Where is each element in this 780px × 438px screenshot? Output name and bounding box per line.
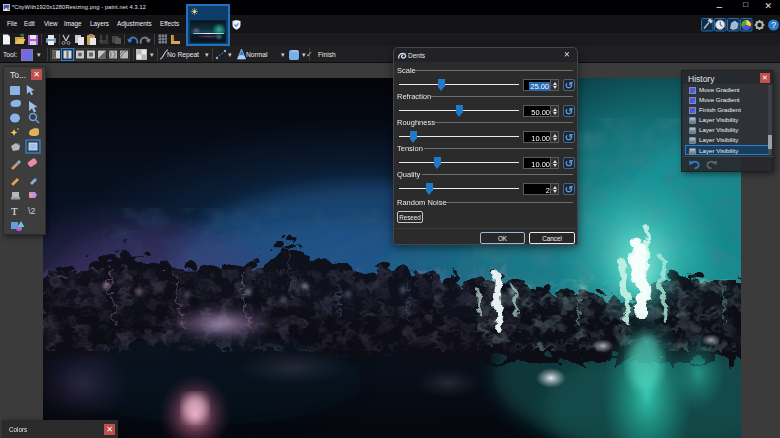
svg-text:?: ? [771,20,776,30]
svg-text:T: T [11,205,18,217]
svg-text:\2: \2 [28,206,36,216]
